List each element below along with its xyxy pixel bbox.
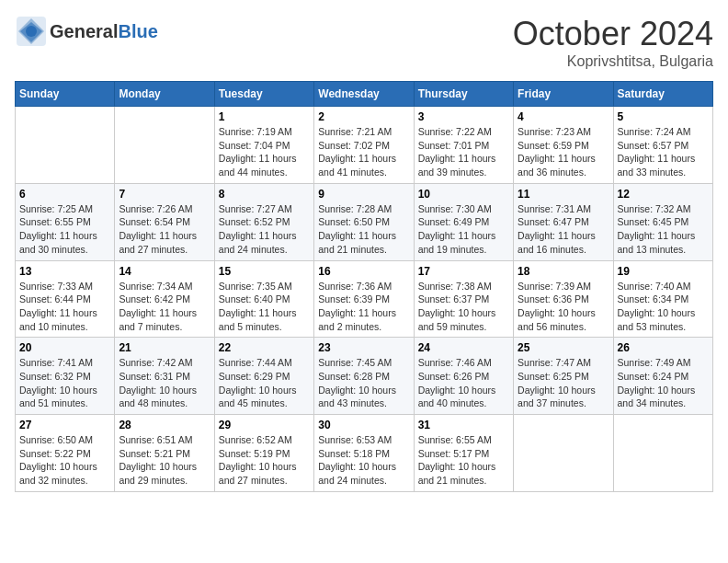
calendar-cell: 8Sunrise: 7:27 AM Sunset: 6:52 PM Daylig… bbox=[214, 183, 313, 260]
calendar-cell: 31Sunrise: 6:55 AM Sunset: 5:17 PM Dayli… bbox=[414, 415, 513, 492]
weekday-header: Tuesday bbox=[214, 82, 313, 107]
calendar-cell: 15Sunrise: 7:35 AM Sunset: 6:40 PM Dayli… bbox=[214, 260, 313, 338]
calendar-week-row: 13Sunrise: 7:33 AM Sunset: 6:44 PM Dayli… bbox=[16, 260, 713, 338]
day-number: 9 bbox=[318, 188, 409, 201]
svg-point-3 bbox=[26, 26, 37, 37]
day-detail: Sunrise: 7:31 AM Sunset: 6:47 PM Dayligh… bbox=[518, 202, 609, 257]
day-detail: Sunrise: 7:45 AM Sunset: 6:28 PM Dayligh… bbox=[318, 356, 409, 410]
day-number: 2 bbox=[318, 110, 409, 123]
day-number: 11 bbox=[518, 188, 609, 201]
logo-icon bbox=[15, 15, 48, 48]
weekday-header: Wednesday bbox=[314, 82, 414, 107]
weekday-header: Saturday bbox=[613, 82, 712, 107]
title-area: October 2024 Koprivshtitsa, Bulgaria bbox=[513, 15, 713, 70]
calendar-cell: 14Sunrise: 7:34 AM Sunset: 6:42 PM Dayli… bbox=[115, 260, 214, 338]
day-number: 4 bbox=[518, 110, 609, 123]
day-detail: Sunrise: 7:39 AM Sunset: 6:36 PM Dayligh… bbox=[518, 280, 609, 334]
day-detail: Sunrise: 7:40 AM Sunset: 6:34 PM Dayligh… bbox=[618, 280, 709, 334]
day-number: 24 bbox=[418, 341, 509, 354]
logo: General Blue bbox=[15, 15, 158, 48]
day-detail: Sunrise: 7:32 AM Sunset: 6:45 PM Dayligh… bbox=[618, 202, 709, 257]
location-label: Koprivshtitsa, Bulgaria bbox=[513, 53, 713, 70]
calendar-cell: 11Sunrise: 7:31 AM Sunset: 6:47 PM Dayli… bbox=[514, 183, 613, 260]
day-number: 30 bbox=[318, 419, 409, 431]
day-detail: Sunrise: 7:23 AM Sunset: 6:59 PM Dayligh… bbox=[518, 125, 609, 179]
day-detail: Sunrise: 6:52 AM Sunset: 5:19 PM Dayligh… bbox=[219, 433, 310, 488]
day-number: 8 bbox=[219, 188, 310, 201]
weekday-header: Thursday bbox=[414, 82, 513, 107]
day-detail: Sunrise: 7:19 AM Sunset: 7:04 PM Dayligh… bbox=[219, 125, 310, 179]
day-detail: Sunrise: 7:27 AM Sunset: 6:52 PM Dayligh… bbox=[219, 202, 310, 257]
calendar-cell bbox=[514, 415, 613, 492]
calendar-cell: 12Sunrise: 7:32 AM Sunset: 6:45 PM Dayli… bbox=[613, 183, 712, 260]
day-number: 10 bbox=[418, 188, 509, 201]
calendar-cell: 7Sunrise: 7:26 AM Sunset: 6:54 PM Daylig… bbox=[115, 183, 214, 260]
calendar-cell: 30Sunrise: 6:53 AM Sunset: 5:18 PM Dayli… bbox=[314, 415, 414, 492]
calendar-cell: 26Sunrise: 7:49 AM Sunset: 6:24 PM Dayli… bbox=[613, 338, 712, 415]
day-detail: Sunrise: 7:46 AM Sunset: 6:26 PM Dayligh… bbox=[418, 356, 509, 410]
calendar-cell: 17Sunrise: 7:38 AM Sunset: 6:37 PM Dayli… bbox=[414, 260, 513, 338]
calendar-cell: 25Sunrise: 7:47 AM Sunset: 6:25 PM Dayli… bbox=[514, 338, 613, 415]
calendar-cell: 1Sunrise: 7:19 AM Sunset: 7:04 PM Daylig… bbox=[214, 107, 313, 184]
calendar-cell: 5Sunrise: 7:24 AM Sunset: 6:57 PM Daylig… bbox=[613, 107, 712, 184]
day-number: 5 bbox=[618, 110, 709, 123]
calendar-cell: 16Sunrise: 7:36 AM Sunset: 6:39 PM Dayli… bbox=[314, 260, 414, 338]
day-number: 13 bbox=[19, 265, 110, 278]
day-detail: Sunrise: 7:25 AM Sunset: 6:55 PM Dayligh… bbox=[19, 202, 110, 257]
calendar-cell: 22Sunrise: 7:44 AM Sunset: 6:29 PM Dayli… bbox=[214, 338, 313, 415]
calendar-cell: 23Sunrise: 7:45 AM Sunset: 6:28 PM Dayli… bbox=[314, 338, 414, 415]
calendar-cell: 24Sunrise: 7:46 AM Sunset: 6:26 PM Dayli… bbox=[414, 338, 513, 415]
day-detail: Sunrise: 7:42 AM Sunset: 6:31 PM Dayligh… bbox=[119, 356, 210, 410]
logo-general: General bbox=[50, 21, 118, 41]
calendar-cell: 20Sunrise: 7:41 AM Sunset: 6:32 PM Dayli… bbox=[16, 338, 115, 415]
day-number: 28 bbox=[119, 419, 210, 431]
calendar-cell: 21Sunrise: 7:42 AM Sunset: 6:31 PM Dayli… bbox=[115, 338, 214, 415]
calendar-cell: 19Sunrise: 7:40 AM Sunset: 6:34 PM Dayli… bbox=[613, 260, 712, 338]
calendar-cell: 3Sunrise: 7:22 AM Sunset: 7:01 PM Daylig… bbox=[414, 107, 513, 184]
day-detail: Sunrise: 7:41 AM Sunset: 6:32 PM Dayligh… bbox=[19, 356, 110, 410]
month-title: October 2024 bbox=[513, 15, 713, 53]
day-number: 18 bbox=[518, 265, 609, 278]
day-number: 12 bbox=[618, 188, 709, 201]
day-number: 19 bbox=[618, 265, 709, 278]
day-detail: Sunrise: 7:24 AM Sunset: 6:57 PM Dayligh… bbox=[618, 125, 709, 179]
day-detail: Sunrise: 7:36 AM Sunset: 6:39 PM Dayligh… bbox=[318, 280, 409, 334]
day-number: 20 bbox=[19, 341, 110, 354]
day-detail: Sunrise: 7:22 AM Sunset: 7:01 PM Dayligh… bbox=[418, 125, 509, 179]
calendar-cell: 2Sunrise: 7:21 AM Sunset: 7:02 PM Daylig… bbox=[314, 107, 414, 184]
day-detail: Sunrise: 7:33 AM Sunset: 6:44 PM Dayligh… bbox=[19, 280, 110, 334]
day-detail: Sunrise: 6:50 AM Sunset: 5:22 PM Dayligh… bbox=[19, 433, 110, 488]
weekday-header: Sunday bbox=[16, 82, 115, 107]
day-detail: Sunrise: 7:26 AM Sunset: 6:54 PM Dayligh… bbox=[119, 202, 210, 257]
day-number: 17 bbox=[418, 265, 509, 278]
day-number: 29 bbox=[219, 419, 310, 431]
day-number: 6 bbox=[19, 188, 110, 201]
calendar-cell: 27Sunrise: 6:50 AM Sunset: 5:22 PM Dayli… bbox=[16, 415, 115, 492]
day-detail: Sunrise: 7:44 AM Sunset: 6:29 PM Dayligh… bbox=[219, 356, 310, 410]
weekday-header: Friday bbox=[514, 82, 613, 107]
day-number: 7 bbox=[119, 188, 210, 201]
calendar-cell: 29Sunrise: 6:52 AM Sunset: 5:19 PM Dayli… bbox=[214, 415, 313, 492]
weekday-header-row: SundayMondayTuesdayWednesdayThursdayFrid… bbox=[16, 82, 713, 107]
day-detail: Sunrise: 7:30 AM Sunset: 6:49 PM Dayligh… bbox=[418, 202, 509, 257]
calendar-cell: 28Sunrise: 6:51 AM Sunset: 5:21 PM Dayli… bbox=[115, 415, 214, 492]
calendar-cell bbox=[16, 107, 115, 184]
page-header: General Blue October 2024 Koprivshtitsa,… bbox=[15, 15, 713, 70]
day-number: 15 bbox=[219, 265, 310, 278]
day-detail: Sunrise: 6:51 AM Sunset: 5:21 PM Dayligh… bbox=[119, 433, 210, 488]
day-number: 25 bbox=[518, 341, 609, 354]
calendar-cell: 10Sunrise: 7:30 AM Sunset: 6:49 PM Dayli… bbox=[414, 183, 513, 260]
logo-blue: Blue bbox=[118, 21, 157, 41]
day-number: 31 bbox=[418, 419, 509, 431]
day-detail: Sunrise: 7:28 AM Sunset: 6:50 PM Dayligh… bbox=[318, 202, 409, 257]
calendar-table: SundayMondayTuesdayWednesdayThursdayFrid… bbox=[15, 81, 713, 492]
calendar-week-row: 6Sunrise: 7:25 AM Sunset: 6:55 PM Daylig… bbox=[16, 183, 713, 260]
calendar-cell: 13Sunrise: 7:33 AM Sunset: 6:44 PM Dayli… bbox=[16, 260, 115, 338]
day-detail: Sunrise: 7:49 AM Sunset: 6:24 PM Dayligh… bbox=[618, 356, 709, 410]
day-detail: Sunrise: 6:55 AM Sunset: 5:17 PM Dayligh… bbox=[418, 433, 509, 488]
day-number: 22 bbox=[219, 341, 310, 354]
calendar-cell bbox=[115, 107, 214, 184]
day-number: 26 bbox=[618, 341, 709, 354]
day-detail: Sunrise: 7:38 AM Sunset: 6:37 PM Dayligh… bbox=[418, 280, 509, 334]
calendar-week-row: 20Sunrise: 7:41 AM Sunset: 6:32 PM Dayli… bbox=[16, 338, 713, 415]
